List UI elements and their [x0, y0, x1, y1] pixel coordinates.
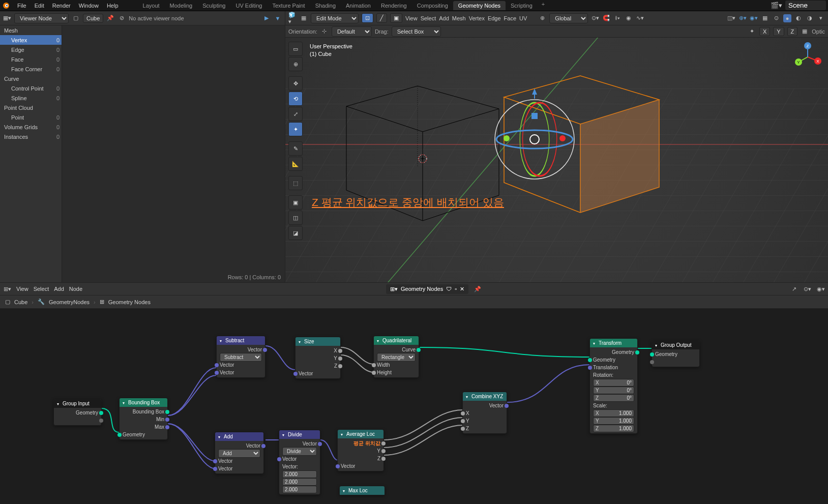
ne-menu-node[interactable]: Node	[69, 286, 82, 292]
node-group-output[interactable]: Group Output Geometry	[652, 340, 700, 367]
vp-menu-uv[interactable]: UV	[519, 15, 527, 21]
editor-type-icon[interactable]: ⊞▾	[3, 285, 11, 293]
transform-rot-field[interactable]: Y0°	[593, 387, 634, 394]
vp-menu-face[interactable]: Face	[504, 15, 516, 21]
vp-menu-mesh[interactable]: Mesh	[452, 15, 466, 21]
node-subtract[interactable]: Subtract Vector Subtract Vector Vector	[216, 336, 265, 378]
butterfly-icon[interactable]: ✦	[748, 27, 756, 36]
node-bounding-box[interactable]: Bounding Box Bounding Box Min Max Geomet…	[119, 398, 168, 440]
select-mode-edge[interactable]: ╱	[376, 13, 387, 23]
pin-icon[interactable]: 📌	[474, 285, 482, 293]
vp-menu-add[interactable]: Add	[439, 15, 449, 21]
tool-select-icon[interactable]: ▭	[288, 42, 303, 56]
menu-help[interactable]: Help	[103, 3, 123, 9]
toggle-icon[interactable]: ▶	[262, 14, 271, 22]
select-mode-vertex[interactable]: ⊡	[362, 13, 373, 23]
gizmo-icon[interactable]: ⊕▾	[738, 14, 747, 22]
editor-type-icon[interactable]: 🧊▾	[288, 14, 297, 22]
shading-solid-icon[interactable]: ●	[783, 14, 791, 22]
breadcrumb-item[interactable]: GeometryNodes	[49, 299, 90, 305]
axis-x-button[interactable]: X	[759, 27, 770, 36]
nav-gizmo-icon[interactable]: X Y Z	[792, 42, 823, 72]
select-mode-face[interactable]: ▣	[390, 13, 402, 23]
tool-addcube-icon[interactable]: ⬚	[288, 176, 303, 190]
tree-item[interactable]: Instances0	[0, 132, 62, 141]
transform-scale-field[interactable]: Z1.000	[593, 425, 634, 432]
divide-value-field[interactable]: 2.000	[282, 478, 317, 486]
tool-annotate-icon[interactable]: ✎	[288, 141, 303, 156]
overlay-icon[interactable]: ◉▾	[750, 14, 758, 22]
unlink-icon[interactable]: ✕	[460, 286, 464, 292]
transform-scale-field[interactable]: Y1.000	[593, 417, 634, 425]
node-canvas[interactable]: Group Input Geometry Bounding Box Boundi…	[0, 309, 828, 504]
tree-item[interactable]: Curve	[0, 74, 62, 83]
shading-render-icon[interactable]: ◑	[806, 14, 814, 22]
menu-edit[interactable]: Edit	[31, 3, 48, 9]
workspace-tab[interactable]: Layout	[138, 1, 165, 10]
orientation-icon[interactable]: ⊕	[538, 14, 546, 22]
snap-icon[interactable]: 🧲	[602, 14, 610, 22]
workspace-tab[interactable]: Sculpting	[197, 1, 230, 10]
overlay-icon[interactable]: ◉▾	[817, 285, 825, 293]
shading-dropdown-icon[interactable]: ▾	[817, 14, 825, 22]
vp-menu-vertex[interactable]: Vertex	[469, 15, 485, 21]
subtract-mode-select[interactable]: Subtract	[220, 353, 262, 362]
ne-menu-view[interactable]: View	[16, 286, 28, 292]
add-mode-select[interactable]: Add	[218, 449, 260, 458]
transform-scale-field[interactable]: X1.000	[593, 409, 634, 417]
drag-mode-select[interactable]: Select Box	[392, 26, 441, 37]
menu-render[interactable]: Render	[48, 3, 75, 9]
tree-item[interactable]: Edge0	[0, 45, 62, 54]
node-combine-xyz[interactable]: Combine XYZ Vector X Y Z	[462, 392, 507, 434]
scene-name-input[interactable]	[785, 1, 826, 10]
vp-menu-select[interactable]: Select	[421, 15, 436, 21]
nodetree-selector[interactable]: ⊞▾ Geometry Nodes 🛡 ▫ ✕	[386, 284, 468, 294]
filter-icon[interactable]: ▼	[274, 14, 282, 22]
transform-rot-field[interactable]: Z0°	[593, 394, 634, 402]
tool-rotate-icon[interactable]: ⟲	[288, 92, 303, 106]
tree-item[interactable]: Point0	[0, 112, 62, 122]
viewport-3d[interactable]: ▭ ⊕ ✥ ⟲ ⤢ ✦ ✎ 📐 ⬚ ▣ ◫ ◪ User Perspective…	[285, 38, 828, 282]
tree-item[interactable]: Control Point0	[0, 83, 62, 93]
orientation-select[interactable]: Global	[549, 13, 588, 23]
mode-select[interactable]: Edit Mode	[311, 13, 359, 23]
editor-type-icon[interactable]: ▦▾	[3, 14, 11, 22]
tree-item[interactable]: Point Cloud	[0, 103, 62, 112]
breadcrumb-item[interactable]: Geometry Nodes	[108, 299, 151, 305]
snap-icon[interactable]: ⊙▾	[804, 285, 812, 293]
tool-transform-icon[interactable]: ✦	[288, 122, 303, 136]
tool-bevel-icon[interactable]: ◪	[288, 226, 303, 240]
vp-menu-view[interactable]: View	[405, 15, 418, 21]
node-group-input[interactable]: Group Input Geometry	[53, 399, 102, 426]
mesh-edit-icon[interactable]: ◫▾	[727, 14, 735, 22]
workspace-tab[interactable]: UV Editing	[230, 1, 267, 10]
vp-menu-edge[interactable]: Edge	[488, 15, 501, 21]
workspace-tab[interactable]: Texture Paint	[267, 1, 310, 10]
tool-scale-icon[interactable]: ⤢	[288, 107, 303, 121]
users-icon[interactable]: ▫	[455, 286, 457, 292]
orientation-preset-select[interactable]: Default	[332, 26, 372, 37]
axis-y-button[interactable]: Y	[773, 27, 784, 36]
node-divide[interactable]: Divide Vector Divide Vector Vector: 2.00…	[279, 430, 320, 495]
ne-menu-add[interactable]: Add	[54, 286, 64, 292]
menu-window[interactable]: Window	[75, 3, 103, 9]
transform-rot-field[interactable]: X0°	[593, 379, 634, 387]
tool-measure-icon[interactable]: 📐	[288, 157, 303, 171]
viewer-mode-select[interactable]: Viewer Node	[14, 13, 69, 23]
tree-item[interactable]: Mesh	[0, 25, 62, 35]
prop-edit-icon[interactable]: ◉	[625, 14, 633, 22]
tree-item[interactable]: Face0	[0, 54, 62, 64]
node-max-loc[interactable]: Max Loc	[339, 486, 385, 495]
node-add[interactable]: Add Vector Add Vector Vector	[215, 432, 264, 474]
tree-item[interactable]: Face Corner0	[0, 64, 62, 74]
add-workspace-icon[interactable]: +	[538, 1, 549, 10]
quad-mode-select[interactable]: Rectangle	[377, 353, 416, 362]
divide-value-field[interactable]: 2.000	[282, 486, 317, 493]
prop-falloff-icon[interactable]: ∿▾	[636, 14, 644, 22]
snap-type-icon[interactable]: ⫵▾	[613, 14, 622, 22]
axis-z-button[interactable]: Z	[787, 27, 798, 36]
tool-move-icon[interactable]: ✥	[288, 76, 303, 91]
xray-icon[interactable]: ▦	[761, 14, 769, 22]
grid-icon[interactable]: ▦	[801, 27, 809, 36]
divide-mode-select[interactable]: Divide	[282, 447, 317, 456]
